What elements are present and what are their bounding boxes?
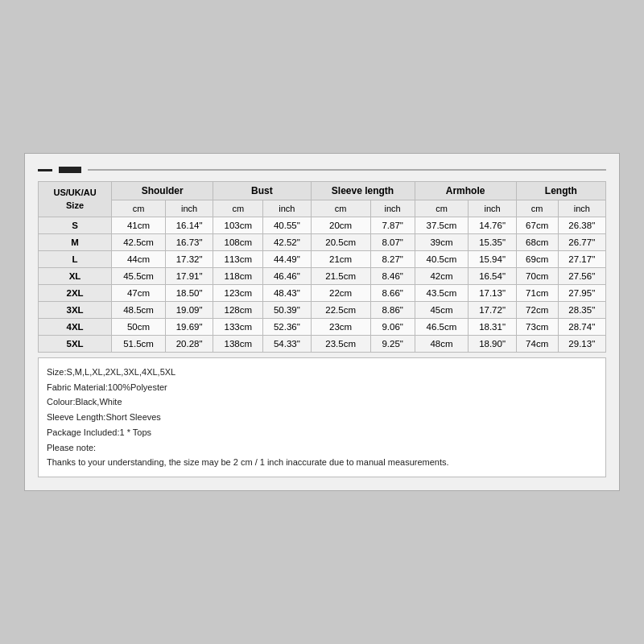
data-cell: 26.77" [558, 234, 605, 251]
data-cell: 72cm [516, 302, 558, 319]
data-cell: 29.13" [558, 336, 605, 353]
data-cell: 73cm [516, 319, 558, 336]
data-cell: 41cm [112, 217, 166, 234]
data-cell: 123cm [213, 285, 263, 302]
data-cell: 27.56" [558, 268, 605, 285]
data-cell: 40.5cm [415, 251, 469, 268]
data-cell: 19.69" [165, 319, 213, 336]
data-cell: 21.5cm [311, 268, 370, 285]
title-line [88, 169, 606, 171]
data-cell: 16.54" [469, 268, 516, 285]
data-cell: 39cm [415, 234, 469, 251]
chart-title [59, 167, 81, 173]
table-row: 5XL51.5cm20.28"138cm54.33"23.5cm9.25"48c… [39, 336, 606, 353]
table-row: S41cm16.14"103cm40.55"20cm7.87"37.5cm14.… [39, 217, 606, 234]
data-cell: 23.5cm [311, 336, 370, 353]
data-cell: 68cm [516, 234, 558, 251]
data-cell: 48.43" [263, 285, 311, 302]
data-cell: 46.5cm [415, 319, 469, 336]
data-cell: 118cm [213, 268, 263, 285]
table-row: L44cm17.32"113cm44.49"21cm8.27"40.5cm15.… [39, 251, 606, 268]
table-row: 4XL50cm19.69"133cm52.36"23cm9.06"46.5cm1… [39, 319, 606, 336]
data-cell: 74cm [516, 336, 558, 353]
title-dash [38, 169, 52, 171]
data-cell: 51.5cm [112, 336, 166, 353]
data-cell: 42.5cm [112, 234, 166, 251]
notes-section: Size:S,M,L,XL,2XL,3XL,4XL,5XLFabric Mate… [38, 357, 606, 477]
data-cell: 17.91" [165, 268, 213, 285]
data-cell: 18.90" [469, 336, 516, 353]
data-cell: 22.5cm [311, 302, 370, 319]
size-cell: L [39, 251, 112, 268]
data-cell: 17.32" [165, 251, 213, 268]
data-cell: 26.38" [558, 217, 605, 234]
data-cell: 14.76" [469, 217, 516, 234]
subhead-cm-4: cm [516, 200, 558, 217]
size-cell: 4XL [39, 319, 112, 336]
subhead-inch-0: inch [165, 200, 213, 217]
table-row: 3XL48.5cm19.09"128cm50.39"22.5cm8.86"45c… [39, 302, 606, 319]
data-cell: 69cm [516, 251, 558, 268]
data-cell: 20cm [311, 217, 370, 234]
data-cell: 37.5cm [415, 217, 469, 234]
data-cell: 16.73" [165, 234, 213, 251]
data-cell: 15.94" [469, 251, 516, 268]
data-cell: 50cm [112, 319, 166, 336]
data-cell: 40.55" [263, 217, 311, 234]
note-line: Thanks to your understanding, the size m… [47, 455, 597, 470]
data-cell: 22cm [311, 285, 370, 302]
table-row: 2XL47cm18.50"123cm48.43"22cm8.66"43.5cm1… [39, 285, 606, 302]
data-cell: 8.66" [370, 285, 415, 302]
data-cell: 17.13" [469, 285, 516, 302]
subhead-inch-1: inch [263, 200, 311, 217]
data-cell: 18.50" [165, 285, 213, 302]
note-line: Fabric Material:100%Polyester [47, 380, 597, 395]
note-line: Colour:Black,White [47, 394, 597, 410]
data-cell: 103cm [213, 217, 263, 234]
data-cell: 9.06" [370, 319, 415, 336]
note-line: Size:S,M,L,XL,2XL,3XL,4XL,5XL [47, 365, 597, 380]
subhead-cm-0: cm [112, 200, 166, 217]
data-cell: 42.52" [263, 234, 311, 251]
data-cell: 43.5cm [415, 285, 469, 302]
data-cell: 52.36" [263, 319, 311, 336]
data-cell: 16.14" [165, 217, 213, 234]
col-header-size: US/UK/AUSize [39, 182, 112, 217]
size-cell: XL [39, 268, 112, 285]
data-cell: 8.07" [370, 234, 415, 251]
data-cell: 45cm [415, 302, 469, 319]
data-cell: 67cm [516, 217, 558, 234]
header-row-1: US/UK/AUSizeShoulderBustSleeve lengthArm… [39, 182, 606, 200]
data-cell: 18.31" [469, 319, 516, 336]
size-cell: 2XL [39, 285, 112, 302]
note-line: Package Included:1 * Tops [47, 425, 597, 440]
data-cell: 47cm [112, 285, 166, 302]
col-header-4: Armhole [415, 182, 516, 200]
data-cell: 28.74" [558, 319, 605, 336]
subhead-inch-2: inch [370, 200, 415, 217]
data-cell: 8.86" [370, 302, 415, 319]
size-cell: 5XL [39, 336, 112, 353]
col-header-3: Sleeve length [311, 182, 415, 200]
data-cell: 42cm [415, 268, 469, 285]
data-cell: 46.46" [263, 268, 311, 285]
data-cell: 70cm [516, 268, 558, 285]
data-cell: 113cm [213, 251, 263, 268]
data-cell: 20.5cm [311, 234, 370, 251]
table-body: S41cm16.14"103cm40.55"20cm7.87"37.5cm14.… [39, 217, 606, 353]
subhead-inch-4: inch [558, 200, 605, 217]
data-cell: 44.49" [263, 251, 311, 268]
data-cell: 44cm [112, 251, 166, 268]
data-cell: 15.35" [469, 234, 516, 251]
data-cell: 20.28" [165, 336, 213, 353]
col-header-2: Bust [213, 182, 311, 200]
data-cell: 108cm [213, 234, 263, 251]
size-cell: 3XL [39, 302, 112, 319]
col-header-5: Length [516, 182, 605, 200]
data-cell: 21cm [311, 251, 370, 268]
subhead-cm-2: cm [311, 200, 370, 217]
note-line: Please note: [47, 440, 597, 456]
data-cell: 17.72" [469, 302, 516, 319]
table-row: M42.5cm16.73"108cm42.52"20.5cm8.07"39cm1… [39, 234, 606, 251]
data-cell: 45.5cm [112, 268, 166, 285]
